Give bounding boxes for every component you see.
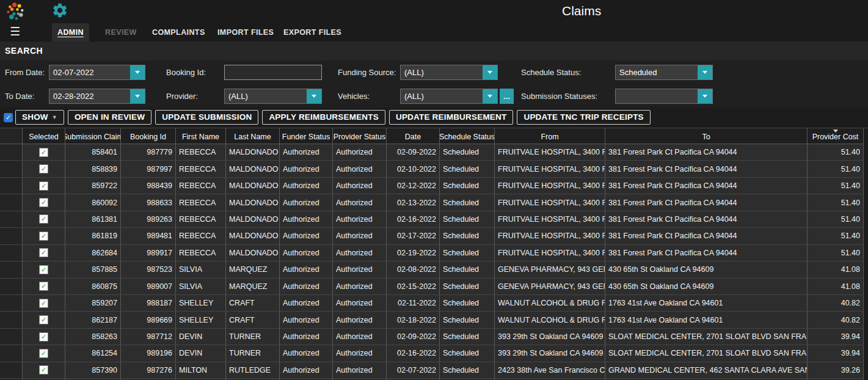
- chevron-down-icon: [487, 71, 492, 74]
- funding-source-select[interactable]: (ALL): [400, 65, 498, 80]
- table-row[interactable]: ✓861819989481REBECCAMALDONADOAuthorizedA…: [0, 228, 864, 244]
- cell-submission-claim: 861254: [65, 345, 121, 361]
- row-checkbox[interactable]: ✓: [39, 265, 48, 274]
- cell-booking-id: 988187: [121, 295, 176, 311]
- cell-last-name: MALDONADO: [226, 178, 280, 194]
- cell-date: 02-19-2022: [387, 245, 440, 261]
- cell-first-name: DEVIN: [176, 345, 226, 361]
- cell-first-name: SILVIA: [176, 261, 226, 277]
- table-row[interactable]: ✓860092988633REBECCAMALDONADOAuthorizedA…: [0, 194, 864, 211]
- cell-provider-cost: 51.40: [808, 245, 864, 261]
- row-checkbox[interactable]: ✓: [39, 299, 48, 308]
- table-row[interactable]: ✓862684989917REBECCAMALDONADOAuthorizedA…: [0, 245, 864, 261]
- table-row[interactable]: ✓859722988439REBECCAMALDONADOAuthorizedA…: [0, 178, 864, 194]
- cell-schedule-status: Scheduled: [440, 178, 495, 194]
- column-header-selected[interactable]: Selected: [23, 128, 65, 144]
- row-checkbox[interactable]: ✓: [39, 198, 48, 207]
- settings-gear-icon[interactable]: [51, 2, 68, 19]
- cell-funder-status: Authorized: [280, 245, 333, 261]
- cell-schedule-status: Scheduled: [440, 194, 495, 210]
- cell-provider-status: Authorized: [333, 228, 387, 244]
- cell-provider-cost: 41.08: [808, 279, 864, 294]
- open-in-review-button[interactable]: OPEN IN REVIEW: [68, 110, 151, 125]
- column-header-provider-cost[interactable]: Provider Cost: [808, 128, 864, 144]
- row-checkbox[interactable]: ✓: [39, 282, 48, 291]
- update-reimbursement-button[interactable]: UPDATE REIMBURSEMENT: [389, 110, 514, 125]
- column-header-row-indicator[interactable]: [0, 128, 23, 144]
- cell-funder-status: Authorized: [280, 194, 333, 210]
- row-checkbox[interactable]: ✓: [39, 248, 48, 257]
- column-header-schedule-status[interactable]: Schedule Status: [440, 128, 495, 144]
- row-checkbox[interactable]: ✓: [39, 181, 48, 191]
- row-checkbox[interactable]: ✓: [39, 315, 48, 324]
- tab-admin[interactable]: ADMIN: [52, 23, 89, 42]
- row-checkbox[interactable]: ✓: [39, 148, 48, 157]
- cell-funder-status: Authorized: [280, 211, 333, 227]
- row-checkbox[interactable]: ✓: [39, 349, 48, 358]
- tab-import-files[interactable]: IMPORT FILES: [212, 23, 279, 42]
- row-indicator-cell: [0, 312, 23, 327]
- column-header-last-name[interactable]: Last Name: [226, 128, 280, 144]
- row-indicator-cell: [0, 279, 23, 294]
- table-row[interactable]: ✓857390987276MILTONRUTLEDGEAuthorizedAut…: [0, 362, 864, 379]
- cell-from: GENEVA PHARMACY, 943 GENEVA: [495, 261, 605, 277]
- table-row[interactable]: ✓858263987712DEVINTURNERAuthorizedAuthor…: [0, 329, 864, 345]
- column-header-first-name[interactable]: First Name: [176, 128, 226, 144]
- table-row[interactable]: ✓858401987779REBECCAMALDONADOAuthorizedA…: [0, 144, 864, 161]
- schedule-status-dropdown-button[interactable]: [698, 65, 712, 79]
- column-header-provider-status[interactable]: Provider Status: [333, 128, 387, 144]
- vehicles-more-button[interactable]: ...: [500, 89, 514, 104]
- provider-dropdown-button[interactable]: [307, 89, 321, 103]
- submission-statuses-dropdown-button[interactable]: [698, 89, 712, 103]
- tab-review[interactable]: REVIEW: [100, 23, 142, 42]
- cell-first-name: REBECCA: [176, 178, 226, 194]
- table-row[interactable]: ✓857885987523SILVIAMARQUEZAuthorizedAuth…: [0, 261, 864, 278]
- row-checkbox[interactable]: ✓: [39, 214, 48, 224]
- table-row[interactable]: ✓861381989263REBECCAMALDONADOAuthorizedA…: [0, 211, 864, 228]
- row-checkbox[interactable]: ✓: [39, 232, 48, 241]
- column-header-submission-claim[interactable]: Submission Claim: [65, 128, 121, 144]
- cell-schedule-status: Scheduled: [440, 228, 495, 244]
- cell-last-name: MALDONADO: [226, 144, 280, 160]
- row-checkbox[interactable]: ✓: [39, 332, 48, 342]
- show-button[interactable]: SHOW▼: [15, 110, 64, 125]
- column-header-date[interactable]: Date: [387, 128, 440, 144]
- from-date-picker[interactable]: 02-07-2022: [49, 65, 145, 80]
- table-row[interactable]: ✓860875989007SILVIAMARQUEZAuthorizedAuth…: [0, 279, 864, 295]
- schedule-status-select[interactable]: Scheduled: [615, 65, 713, 80]
- apply-reimbursements-button[interactable]: APPLY REIMBURSEMENTS: [262, 110, 385, 125]
- to-date-picker[interactable]: 02-28-2022: [49, 89, 145, 104]
- table-row[interactable]: ✓859207988187SHELLEYCRAFTAuthorizedAutho…: [0, 295, 864, 312]
- row-checkbox[interactable]: ✓: [39, 365, 48, 375]
- cell-selected: ✓: [23, 345, 65, 361]
- table-row[interactable]: ✓858839987997REBECCAMALDONADOAuthorizedA…: [0, 161, 864, 177]
- menu-icon[interactable]: ☰: [10, 24, 20, 38]
- to-date-dropdown-button[interactable]: [130, 89, 145, 103]
- update-submission-button[interactable]: UPDATE SUBMISSION: [155, 110, 258, 125]
- update-tnc-trip-receipts-button[interactable]: UPDATE TNC TRIP RECEIPTS: [517, 110, 650, 125]
- submission-statuses-select[interactable]: [615, 89, 713, 104]
- vehicles-dropdown-button[interactable]: [483, 89, 497, 103]
- row-indicator-cell: [0, 329, 23, 345]
- cell-submission-claim: 861381: [65, 211, 121, 227]
- cell-provider-status: Authorized: [333, 362, 387, 378]
- provider-select[interactable]: (ALL): [224, 89, 322, 104]
- cell-submission-claim: 858263: [65, 329, 121, 345]
- table-row[interactable]: ✓862187989669SHELLEYCRAFTAuthorizedAutho…: [0, 312, 864, 328]
- from-date-dropdown-button[interactable]: [130, 65, 145, 79]
- claims-grid: SelectedSubmission ClaimBooking IdFirst …: [0, 128, 868, 380]
- select-all-checkbox[interactable]: ✓: [4, 113, 13, 122]
- column-header-booking-id[interactable]: Booking Id: [121, 128, 176, 144]
- booking-id-input[interactable]: [224, 65, 322, 80]
- row-checkbox[interactable]: ✓: [39, 164, 48, 174]
- tab-export-files[interactable]: EXPORT FILES: [278, 23, 347, 42]
- column-header-funder-status[interactable]: Funder Status: [280, 128, 333, 144]
- vehicles-select[interactable]: (ALL): [400, 89, 498, 104]
- chevron-down-icon: [487, 95, 492, 98]
- tab-complaints[interactable]: COMPLAINTS: [147, 23, 211, 42]
- column-header-to[interactable]: To: [605, 128, 808, 144]
- funding-source-dropdown-button[interactable]: [483, 65, 497, 79]
- schedule-status-label: Schedule Status:: [521, 65, 581, 80]
- column-header-from[interactable]: From: [495, 128, 605, 144]
- table-row[interactable]: ✓861254989196DEVINTURNERAuthorizedAuthor…: [0, 345, 864, 362]
